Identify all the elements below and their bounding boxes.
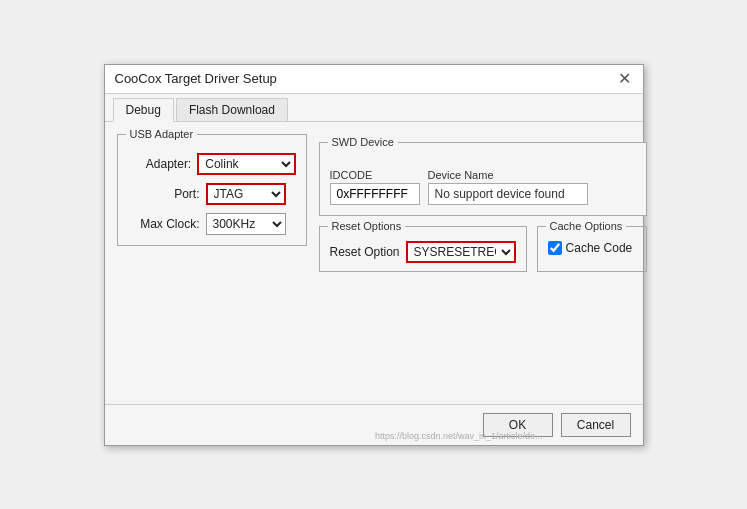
title-bar: CooCox Target Driver Setup ✕ — [105, 65, 643, 94]
close-button[interactable]: ✕ — [616, 71, 633, 87]
cancel-button[interactable]: Cancel — [561, 413, 631, 437]
idcode-value: 0xFFFFFFFF — [330, 183, 420, 205]
reset-option-field-label: Reset Option — [330, 245, 400, 259]
content-spacer — [105, 284, 643, 404]
dialog-window: CooCox Target Driver Setup ✕ Debug Flash… — [104, 64, 644, 446]
port-select[interactable]: JTAG SWD — [206, 183, 286, 205]
devname-label: Device Name — [428, 169, 588, 181]
tab-debug[interactable]: Debug — [113, 98, 174, 122]
cache-options-group: Cache Options Cache Code — [537, 226, 647, 272]
usb-adapter-group: USB Adapter Adapter: Colink Port: JTAG S… — [117, 134, 307, 246]
swd-fields: IDCODE 0xFFFFFFFF Device Name No support… — [330, 169, 636, 205]
reset-options-group: Reset Options Reset Option SYSRESETREQ V… — [319, 226, 527, 272]
reset-options-label: Reset Options — [328, 220, 406, 232]
clock-field-label: Max Clock: — [128, 217, 200, 231]
idcode-label: IDCODE — [330, 169, 420, 181]
tab-flash-download[interactable]: Flash Download — [176, 98, 288, 121]
adapter-row: Adapter: Colink — [128, 153, 296, 175]
cache-code-checkbox[interactable] — [548, 241, 562, 255]
swd-device-wrapper: SWD Device IDCODE 0xFFFFFFFF Device Name… — [319, 142, 647, 216]
idcode-col: IDCODE 0xFFFFFFFF — [330, 169, 420, 205]
devname-col: Device Name No support device found — [428, 169, 588, 205]
swd-device-label: SWD Device — [328, 136, 398, 148]
clock-select[interactable]: 300KHz 1MHz 3MHz — [206, 213, 286, 235]
cache-code-label: Cache Code — [566, 241, 633, 255]
swd-device-group: SWD Device IDCODE 0xFFFFFFFF Device Name… — [319, 142, 647, 216]
reset-option-select[interactable]: SYSRESETREQ VECTRESET HW Reset — [406, 241, 516, 263]
adapter-select[interactable]: Colink — [197, 153, 295, 175]
usb-adapter-label: USB Adapter — [126, 128, 198, 140]
port-row: Port: JTAG SWD — [128, 183, 296, 205]
usb-adapter-panel: USB Adapter Adapter: Colink Port: JTAG S… — [117, 134, 307, 272]
footer: https://blog.csdn.net/wav_in_1/article/d… — [105, 404, 643, 445]
cache-options-label: Cache Options — [546, 220, 627, 232]
port-field-label: Port: — [128, 187, 200, 201]
cache-code-row: Cache Code — [548, 241, 636, 255]
clock-row: Max Clock: 300KHz 1MHz 3MHz — [128, 213, 296, 235]
reset-option-row: Reset Option SYSRESETREQ VECTRESET HW Re… — [330, 241, 516, 263]
devname-value: No support device found — [428, 183, 588, 205]
main-content: USB Adapter Adapter: Colink Port: JTAG S… — [105, 122, 643, 284]
tabs-container: Debug Flash Download — [105, 94, 643, 122]
bottom-row: Reset Options Reset Option SYSRESETREQ V… — [319, 226, 647, 272]
adapter-field-label: Adapter: — [128, 157, 192, 171]
dialog-title: CooCox Target Driver Setup — [115, 71, 277, 86]
right-panel: SWD Device IDCODE 0xFFFFFFFF Device Name… — [319, 134, 647, 272]
watermark: https://blog.csdn.net/wav_in_1/article/d… — [375, 431, 543, 441]
